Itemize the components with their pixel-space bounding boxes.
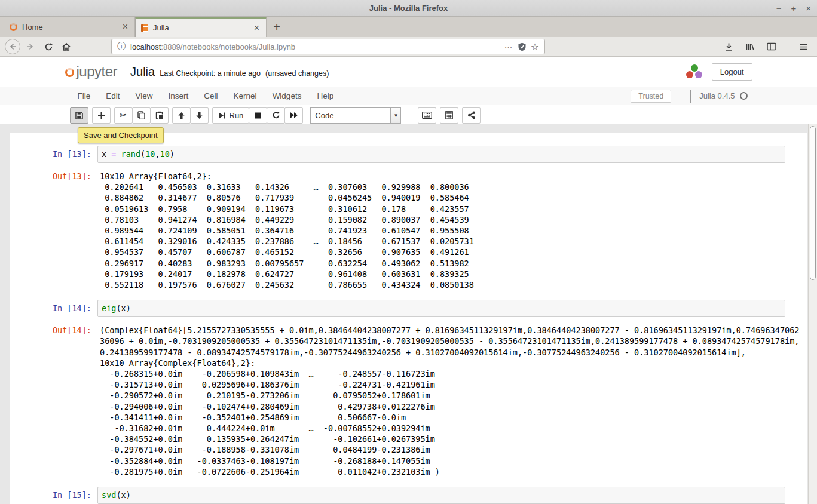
copy-icon (137, 111, 145, 119)
run-label: Run (230, 111, 244, 120)
code-text: eig(x) (102, 303, 781, 314)
move-cell-down-button[interactable] (190, 107, 209, 124)
code-cell-13[interactable]: In [13]: x = rand(10,10) Out[13]: 10x10 … (10, 146, 807, 290)
move-cell-up-button[interactable] (172, 107, 191, 124)
menu-view[interactable]: View (128, 91, 161, 100)
cell-output: 10x10 Array{Float64,2}: 0.202641 0.45650… (97, 171, 785, 290)
bookmark-star-icon[interactable]: ☆ (531, 41, 539, 53)
home-icon (62, 42, 71, 51)
jupyter-logo[interactable]: jupyter (65, 64, 118, 79)
restart-kernel-button[interactable] (267, 107, 285, 124)
menu-help[interactable]: Help (309, 91, 341, 100)
cut-cell-button[interactable]: ✂ (114, 107, 133, 124)
cell-output: (Complex{Float64}[5.2155727330535555 + 0… (97, 325, 799, 477)
site-info-icon[interactable]: ⓘ (117, 41, 126, 52)
run-cell-button[interactable]: Run (212, 107, 250, 124)
close-tab-icon[interactable]: × (121, 23, 129, 31)
copy-cell-button[interactable] (132, 107, 151, 124)
scrollbar[interactable] (808, 124, 817, 504)
paste-cell-button[interactable] (150, 107, 169, 124)
menu-edit[interactable]: Edit (98, 91, 127, 100)
save-button[interactable] (70, 107, 88, 124)
shield-icon[interactable] (518, 42, 527, 51)
jupyter-ring-icon (65, 68, 74, 77)
window-controls: − + × (776, 0, 811, 16)
run-icon (218, 112, 226, 119)
menu-file[interactable]: File (70, 91, 99, 100)
back-button[interactable] (5, 39, 20, 54)
code-cell-14[interactable]: In [14]: eig(x) Out[14]: (Complex{Float6… (10, 300, 807, 477)
library-icon (745, 42, 755, 51)
kernel-separator (690, 90, 691, 103)
window-titlebar[interactable]: Julia - Mozilla Firefox − + × (0, 0, 817, 17)
window-title: Julia - Mozilla Firefox (369, 4, 448, 13)
fast-forward-icon (290, 112, 298, 119)
close-icon[interactable]: × (806, 4, 811, 13)
code-text: x = rand(10,10) (102, 149, 781, 159)
menu-kernel[interactable]: Kernel (226, 91, 265, 100)
menu-cell[interactable]: Cell (196, 91, 225, 100)
add-cell-icon (97, 112, 105, 119)
download-button[interactable] (720, 39, 738, 54)
reload-button[interactable] (41, 39, 56, 54)
logout-button[interactable]: Logout (712, 63, 752, 81)
output-prompt: Out[13]: (13, 171, 97, 290)
chevron-down-icon[interactable]: ▼ (390, 108, 400, 123)
page-actions-icon[interactable]: ⋯ (504, 42, 513, 51)
cut-icon: ✂ (120, 111, 127, 119)
command-palette-button[interactable] (418, 107, 436, 124)
code-input[interactable]: x = rand(10,10) (97, 146, 785, 163)
maximize-icon[interactable]: + (791, 4, 796, 13)
interrupt-kernel-button[interactable] (249, 107, 267, 124)
minimize-icon[interactable]: − (776, 4, 782, 13)
url-host: localhost (130, 42, 161, 51)
close-tab-icon[interactable]: × (253, 24, 261, 32)
julia-kernel-logo (686, 64, 703, 79)
sidebar-icon (767, 42, 776, 51)
code-input[interactable]: eig(x) (97, 300, 785, 317)
notebook-favicon (141, 24, 148, 32)
notebook-site[interactable]: In [13]: x = rand(10,10) Out[13]: 10x10 … (0, 124, 817, 504)
output-text: (Complex{Float64}[5.2155727330535555 + 0… (100, 325, 799, 477)
unsaved-status: (unsaved changes) (265, 69, 329, 78)
julia-dot-red (686, 71, 693, 78)
library-button[interactable] (741, 39, 759, 54)
move-up-icon (178, 112, 185, 119)
new-tab-button[interactable]: + (267, 17, 287, 37)
nbextension-calc-button[interactable] (440, 107, 458, 124)
sidebar-toggle-button[interactable] (763, 39, 781, 54)
julia-dot-purple (695, 71, 702, 78)
tab-julia[interactable]: Julia × (135, 17, 267, 37)
scrollbar-thumb[interactable] (810, 126, 816, 280)
julia-dot-green (691, 64, 698, 72)
restart-run-all-button[interactable] (284, 107, 303, 124)
code-cell-15[interactable]: In [15]: svd(x) (10, 487, 807, 504)
tab-home[interactable]: Home × (4, 17, 135, 37)
restart-icon (272, 111, 280, 119)
url-bar[interactable]: ⓘ localhost:8889/notebooks/notebooks/Jul… (111, 39, 545, 54)
palette-grid-icon (445, 111, 453, 119)
stop-icon (255, 112, 261, 119)
move-down-icon (195, 112, 203, 119)
cell-type-select[interactable]: Code ▼ (310, 107, 401, 124)
output-prompt: Out[14]: (13, 325, 97, 477)
forward-button[interactable] (23, 39, 38, 54)
trusted-button[interactable]: Trusted (631, 90, 671, 103)
jupyter-ring-icon (10, 23, 17, 31)
share-notebook-button[interactable] (462, 107, 481, 124)
menu-insert[interactable]: Insert (161, 91, 197, 100)
download-icon (724, 42, 733, 51)
toolbar-separator (787, 41, 787, 53)
notebook-toolbar: ✂ (0, 105, 817, 124)
add-cell-button[interactable] (92, 107, 111, 124)
menu-widgets[interactable]: Widgets (265, 91, 310, 100)
keyboard-icon (422, 112, 432, 119)
app-menu-button[interactable] (794, 39, 812, 54)
back-icon (8, 42, 17, 51)
paste-icon (155, 111, 163, 119)
code-input[interactable]: svd(x) (97, 487, 785, 504)
notebook-title[interactable]: Julia (130, 65, 155, 79)
home-button[interactable] (59, 39, 74, 54)
share-icon (467, 111, 476, 119)
save-icon (75, 112, 83, 119)
